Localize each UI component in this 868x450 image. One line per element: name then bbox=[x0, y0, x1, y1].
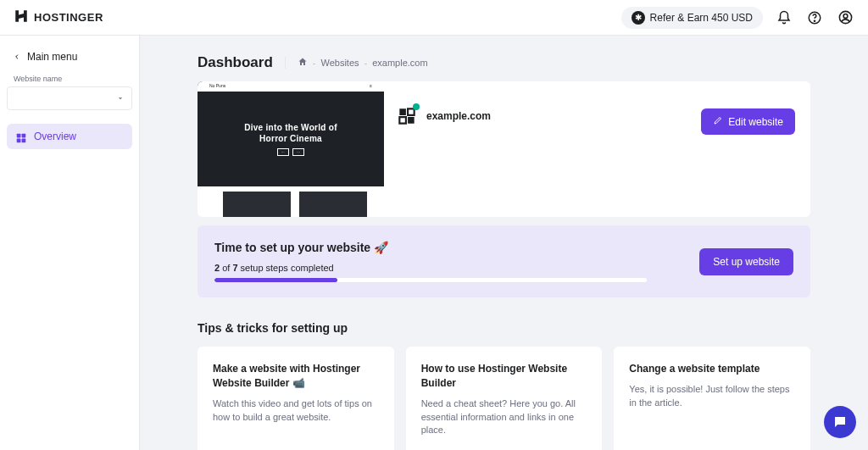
edit-website-button[interactable]: Edit website bbox=[701, 108, 795, 135]
mini-thumb bbox=[223, 192, 291, 217]
breadcrumb-site[interactable]: example.com bbox=[372, 58, 427, 68]
account-icon[interactable] bbox=[836, 8, 854, 27]
tip-card: Change a website template Yes, it is pos… bbox=[614, 347, 810, 450]
notifications-icon[interactable] bbox=[775, 8, 793, 27]
svg-rect-6 bbox=[17, 139, 21, 143]
home-icon[interactable] bbox=[298, 57, 308, 69]
top-header: HOSTINGER ✱ Refer & Earn 450 USD bbox=[0, 0, 868, 36]
refer-earn-label: Refer & Earn 450 USD bbox=[650, 12, 753, 24]
setup-progress-fill bbox=[214, 278, 337, 282]
tip-desc: Yes, it is possible! Just follow the ste… bbox=[629, 383, 795, 410]
edit-website-label: Edit website bbox=[728, 116, 783, 128]
header-actions: ✱ Refer & Earn 450 USD bbox=[621, 7, 854, 29]
back-to-main-menu[interactable]: Main menu bbox=[7, 46, 132, 75]
site-name: example.com bbox=[426, 110, 491, 122]
tips-grid: Make a website with Hostinger Website Bu… bbox=[198, 347, 810, 450]
breadcrumb-sep: - bbox=[364, 58, 368, 68]
website-select-label: Website name bbox=[7, 75, 132, 86]
brand-logo[interactable]: HOSTINGER bbox=[14, 8, 103, 27]
pencil-icon bbox=[713, 115, 723, 128]
mini-thumb bbox=[299, 192, 367, 217]
set-up-website-button[interactable]: Set up website bbox=[699, 248, 793, 275]
setup-progress-text: 2 of 7 setup steps completed bbox=[214, 263, 687, 273]
grid-icon bbox=[15, 132, 27, 141]
tip-title: How to use Hostinger Website Builder bbox=[421, 362, 587, 391]
preview-strip bbox=[223, 192, 384, 217]
site-preview-card: No Puns≡ Dive into the World of Horror C… bbox=[198, 81, 810, 217]
content-area: Dashboard - Websites - example.com No Pu… bbox=[140, 36, 868, 450]
page-title: Dashboard bbox=[198, 54, 273, 71]
back-label: Main menu bbox=[27, 51, 77, 63]
tip-link[interactable]: Watch video bbox=[213, 437, 379, 450]
tip-title: Make a website with Hostinger Website Bu… bbox=[213, 362, 379, 391]
sidebar-item-overview[interactable]: Overview bbox=[7, 124, 132, 149]
tip-title: Change a website template bbox=[629, 362, 795, 376]
chat-launcher-button[interactable] bbox=[824, 406, 856, 438]
website-select-dropdown[interactable] bbox=[7, 86, 132, 110]
site-info: example.com Edit website bbox=[384, 81, 795, 135]
sidebar-item-label: Overview bbox=[34, 131, 76, 142]
tip-card: Make a website with Hostinger Website Bu… bbox=[198, 347, 394, 450]
svg-point-1 bbox=[814, 20, 815, 21]
tip-desc: Need a cheat sheet? Here you go. All ess… bbox=[421, 397, 587, 438]
tip-link[interactable]: Learn more bbox=[629, 437, 795, 450]
tip-link[interactable]: Learn more bbox=[421, 437, 587, 450]
discount-icon: ✱ bbox=[632, 11, 645, 25]
setup-banner: Time to set up your website 🚀 2 of 7 set… bbox=[198, 225, 810, 297]
chevron-down-icon bbox=[116, 92, 125, 105]
refer-earn-button[interactable]: ✱ Refer & Earn 450 USD bbox=[621, 7, 763, 29]
chevron-left-icon bbox=[14, 51, 20, 63]
tip-card: How to use Hostinger Website Builder Nee… bbox=[406, 347, 603, 450]
site-preview-thumbnail[interactable]: No Puns≡ Dive into the World of Horror C… bbox=[198, 81, 384, 186]
setup-title: Time to set up your website 🚀 bbox=[214, 241, 687, 254]
tips-heading: Tips & tricks for setting up bbox=[198, 321, 810, 335]
setup-progress-bar bbox=[214, 278, 647, 282]
svg-rect-5 bbox=[22, 134, 26, 138]
brand-text: HOSTINGER bbox=[34, 11, 103, 24]
sidebar: Main menu Website name Overview bbox=[0, 36, 140, 450]
page-header: Dashboard - Websites - example.com bbox=[198, 54, 810, 71]
breadcrumb-websites[interactable]: Websites bbox=[320, 58, 359, 68]
main-layout: Main menu Website name Overview Dashboar… bbox=[0, 36, 868, 450]
breadcrumb: - Websites - example.com bbox=[285, 57, 428, 69]
svg-point-3 bbox=[843, 14, 848, 19]
svg-rect-7 bbox=[22, 139, 26, 143]
svg-rect-4 bbox=[17, 134, 21, 138]
help-icon[interactable] bbox=[805, 8, 824, 27]
site-builder-icon bbox=[396, 105, 418, 127]
logo-mark-icon bbox=[14, 8, 29, 27]
breadcrumb-sep: - bbox=[313, 58, 316, 68]
tip-desc: Watch this video and get lots of tips on… bbox=[213, 397, 379, 425]
